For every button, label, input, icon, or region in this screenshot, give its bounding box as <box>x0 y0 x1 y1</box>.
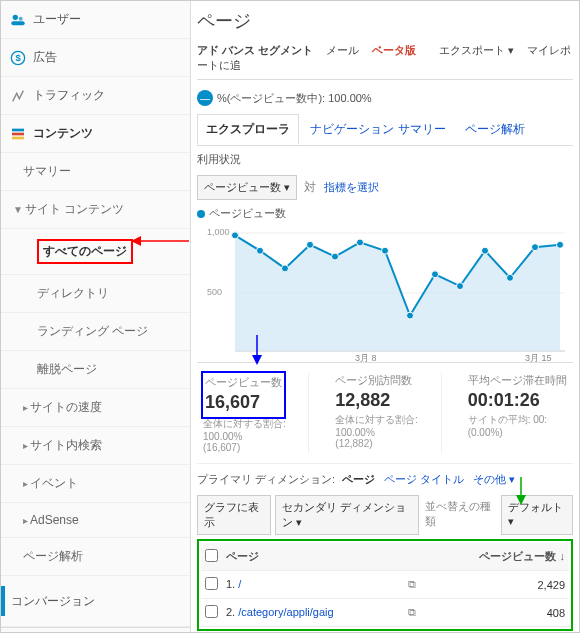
svg-point-16 <box>307 241 314 248</box>
metrics-row: ページビュー数 16,607 全体に対する割合: 100.00% (16,607… <box>197 363 573 464</box>
sub2-label: ランディング ページ <box>37 323 148 340</box>
metric-sub: 全体に対する割合: 100.00% <box>203 417 302 442</box>
data-table: ページ ページビュー数 ↓ 1. / ⧉ 2,429 2. /category/… <box>201 543 569 627</box>
green-arrow-icon <box>513 477 529 505</box>
tab-navsummary[interactable]: ナビゲーション サマリー <box>302 115 453 144</box>
col-pv[interactable]: ページビュー数 ↓ <box>420 543 569 571</box>
sidebar-sub-speed[interactable]: ▸サイトの速度 <box>1 389 190 427</box>
sidebar-sub-sitecontent[interactable]: ▼ サイト コンテンツ <box>1 191 190 229</box>
blue-arrow-icon <box>249 335 265 365</box>
sidebar-label: 広告 <box>33 49 57 66</box>
sidebar-sub-exit[interactable]: 離脱ページ <box>1 351 190 389</box>
svg-point-23 <box>482 247 489 254</box>
sidebar-item-conversion[interactable]: コンバージョン <box>1 576 190 627</box>
primdim-title[interactable]: ページ タイトル <box>384 473 464 485</box>
sub-label: イベント <box>30 475 78 492</box>
content-icon <box>9 127 27 141</box>
table-row[interactable]: 1. / ⧉ 2,429 <box>201 571 569 599</box>
primdim-other[interactable]: その他 ▾ <box>473 473 515 485</box>
sidebar-item-users[interactable]: ユーザー <box>1 1 190 39</box>
app-root: ユーザー $ 広告 トラフィック コンテンツ サマリー ▼ サイト コンテンツ <box>0 0 580 633</box>
choose-metric-link[interactable]: 指標を選択 <box>324 181 379 193</box>
sidebar-item-traffic[interactable]: トラフィック <box>1 77 190 115</box>
mail-label: メール <box>326 44 359 56</box>
svg-rect-2 <box>11 21 24 25</box>
svg-point-15 <box>282 265 289 272</box>
caret-right-icon: ▸ <box>23 515 28 526</box>
table-controls: グラフに表示 セカンダリ ディメンション ▾ 並べ替えの種類 デフォルト ▾ <box>197 495 573 535</box>
caret-down-icon: ▼ <box>13 204 23 215</box>
svg-marker-28 <box>252 355 262 365</box>
adv-segment-button[interactable]: アド バンス セグメント <box>197 44 313 56</box>
sidebar-item-ads[interactable]: $ 広告 <box>1 39 190 77</box>
segment-row: — %(ページビュー数中) : 100.00% <box>197 90 573 106</box>
select-all-checkbox[interactable] <box>205 549 218 562</box>
caret-right-icon: ▸ <box>23 440 28 451</box>
default-dropdown[interactable]: デフォルト ▾ <box>501 495 573 535</box>
sub-label: AdSense <box>30 513 79 527</box>
svg-text:$: $ <box>15 53 21 63</box>
metric-dropdown[interactable]: ページビュー数 ▾ <box>197 175 297 200</box>
page-link[interactable]: / <box>238 578 241 590</box>
svg-point-0 <box>13 14 18 19</box>
svg-marker-9 <box>131 236 141 246</box>
traffic-icon <box>9 89 27 103</box>
col-page-label: ページ <box>226 550 259 562</box>
sidebar-label: コンバージョン <box>11 593 95 610</box>
row-checkbox[interactable] <box>205 605 218 618</box>
svg-point-21 <box>432 271 439 278</box>
subtab-usage[interactable]: 利用状況 <box>197 152 573 167</box>
vs-label: 対 <box>304 180 316 194</box>
metric-avgtime[interactable]: 平均ページ滞在時間 00:01:26 サイトの平均: 00: (0.00%) <box>462 373 573 453</box>
ytick-500: 500 <box>207 287 222 297</box>
table-row[interactable]: 2. /category/appli/gaig ⧉ 408 <box>201 599 569 627</box>
svg-point-20 <box>407 312 414 319</box>
metric-value: 00:01:26 <box>468 390 567 411</box>
primdim-page[interactable]: ページ <box>342 473 375 485</box>
sub-label: サイトの速度 <box>30 399 102 416</box>
sidebar-label: トラフィック <box>33 87 105 104</box>
xtick-2: 3月 15 <box>525 353 552 363</box>
external-link-icon[interactable]: ⧉ <box>408 578 416 591</box>
svg-point-24 <box>507 274 514 281</box>
col-page[interactable]: ページ <box>222 543 420 571</box>
legend-label: ページビュー数 <box>209 206 286 221</box>
chart-legend: ページビュー数 <box>197 206 573 221</box>
highlight-blue: ページビュー数 16,607 <box>201 371 286 419</box>
sidebar-sub-allpages[interactable]: すべてのページ <box>1 229 190 275</box>
svg-rect-6 <box>12 132 24 135</box>
sidebar-item-content[interactable]: コンテンツ <box>1 115 190 153</box>
help-section: ヘルプ ページ レポート ナビゲーション サマリー レポート 指標の表示 新しい… <box>1 627 190 632</box>
sidebar-sub-adsense[interactable]: ▸AdSense <box>1 503 190 538</box>
export-button[interactable]: エクスポート ▾ <box>439 44 514 56</box>
tab-explorer[interactable]: エクスプローラ <box>197 114 299 145</box>
svg-point-17 <box>332 253 339 260</box>
svg-rect-5 <box>12 128 24 131</box>
metric-pageviews[interactable]: ページビュー数 16,607 全体に対する割合: 100.00% (16,607… <box>197 373 309 453</box>
mail-button[interactable]: メール ベータ版 <box>326 44 426 56</box>
secdim-dropdown[interactable]: セカンダリ ディメンション ▾ <box>275 495 420 535</box>
sidebar-sub-landing[interactable]: ランディング ページ <box>1 313 190 351</box>
external-link-icon[interactable]: ⧉ <box>408 606 416 619</box>
svg-point-1 <box>19 16 23 20</box>
row-checkbox[interactable] <box>205 577 218 590</box>
sidebar-sub-directory[interactable]: ディレクトリ <box>1 275 190 313</box>
sidebar-sub-events[interactable]: ▸イベント <box>1 465 190 503</box>
svg-marker-30 <box>516 495 526 505</box>
metric-visits[interactable]: ページ別訪問数 12,882 全体に対する割合: 100.00% (12,882… <box>329 373 441 453</box>
sub2-label: 離脱ページ <box>37 361 97 378</box>
tab-analysis[interactable]: ページ解析 <box>457 115 533 144</box>
graph-button[interactable]: グラフに表示 <box>197 495 271 535</box>
sidebar-label: コンテンツ <box>33 125 93 142</box>
col-pv-label: ページビュー数 <box>479 550 556 562</box>
metric-value: 12,882 <box>335 390 434 411</box>
action-bar: アド バンス セグメント メール ベータ版 エクスポート ▾ マイレポートに追 <box>197 43 573 80</box>
sidebar-sub-summary[interactable]: サマリー <box>1 153 190 191</box>
ytick-1000: 1,000 <box>207 227 230 237</box>
segment-circle-icon: — <box>197 90 213 106</box>
sidebar-sub-analysis[interactable]: ページ解析 <box>1 538 190 576</box>
svg-point-13 <box>232 232 239 239</box>
sidebar-sub-search[interactable]: ▸サイト内検索 <box>1 427 190 465</box>
sidebar-label: ユーザー <box>33 11 81 28</box>
page-link[interactable]: /category/appli/gaig <box>238 606 333 618</box>
